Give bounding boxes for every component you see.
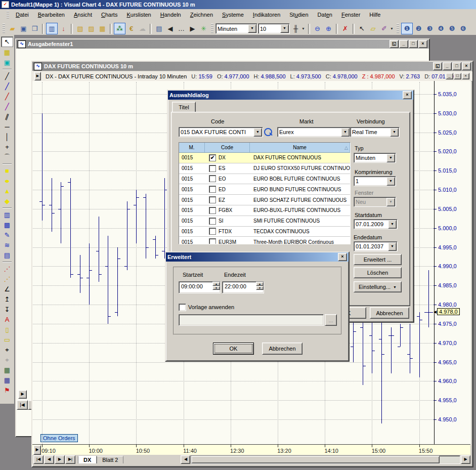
copy-chart-tool-icon[interactable]: ▦ — [2, 365, 13, 375]
symbols-table-header[interactable]: M. Code Name △ — [179, 143, 350, 153]
hscroll-right-button[interactable]: ▶ — [461, 455, 470, 464]
triangle-tool-icon[interactable]: ▲ — [2, 186, 13, 196]
zoom-in-icon[interactable]: ⊕ — [323, 23, 334, 34]
horizontal-zone-tool-icon[interactable]: ▭ — [2, 335, 13, 345]
pointer-label-icon[interactable]: ▱ — [368, 23, 378, 34]
typ-combo[interactable]: Minuten ▼ — [354, 153, 396, 163]
endezeit-spinner[interactable]: 22:00:00 ▲▼ — [222, 281, 264, 293]
close-button[interactable]: × — [418, 40, 427, 48]
table-row-eur3m[interactable]: 0015EUR3MThree-Month EURIBOR Continuous — [179, 237, 350, 244]
arc-tool-icon[interactable]: ⌒ — [2, 152, 13, 162]
window-4-icon[interactable]: ❹ — [436, 23, 446, 34]
fan-tool-icon[interactable]: ≋ — [2, 240, 13, 250]
markt-combo[interactable]: Eurex ▼ — [277, 127, 351, 137]
table-row-es[interactable]: 0015ESDJ EURO STOXX50 FUTURE CONTINUOUS — [179, 163, 350, 174]
properties-icon[interactable]: ▤ — [154, 23, 164, 34]
hscroll-thumb[interactable] — [191, 456, 439, 463]
komprimierung-combo-arrow[interactable]: ▼ — [386, 177, 395, 186]
typ-combo-arrow[interactable]: ▼ — [386, 154, 395, 162]
two-bars-tool-icon[interactable]: ▥ — [2, 210, 13, 220]
erweitert-button[interactable]: Erweitert ... — [354, 254, 402, 265]
zoom-area-tool-icon[interactable]: ⌖ — [2, 345, 13, 355]
minimize-button[interactable]: _ — [446, 73, 453, 79]
cross-tool-icon[interactable]: + — [2, 142, 13, 152]
menu-item-ansicht[interactable]: Ansicht — [70, 10, 96, 19]
restore-button[interactable]: ◱ — [390, 40, 399, 48]
auswahl-close-button[interactable]: × — [403, 91, 412, 99]
tab-nav-1[interactable]: ◀ — [44, 455, 54, 464]
code-combo-arrow[interactable]: ▼ — [253, 128, 262, 137]
connections-icon[interactable]: ⁂ — [114, 23, 125, 34]
endedatum-combo[interactable]: 01.01.2037 ▼ — [354, 241, 398, 251]
tab-nav-3[interactable]: ▶| — [65, 455, 75, 464]
box-shape-tool-icon[interactable]: ▣ — [2, 58, 13, 67]
maximize-button[interactable]: □ — [409, 40, 418, 48]
menu-item-handeln[interactable]: Handeln — [156, 10, 185, 19]
restore-button[interactable]: ◱ — [433, 62, 442, 70]
endezeit-down-button[interactable]: ▼ — [256, 286, 264, 290]
arrow-down-tool-icon[interactable]: ↧ — [2, 305, 13, 314]
menu-item-kurslisten[interactable]: Kurslisten — [122, 10, 155, 19]
menu-item-daten[interactable]: Daten — [314, 10, 336, 19]
verbindung-combo[interactable]: Real Time ▼ — [350, 127, 400, 137]
row-checkbox[interactable] — [209, 196, 216, 203]
row-checkbox[interactable]: ✔ — [209, 154, 216, 161]
menu-item-charts[interactable]: Charts — [97, 10, 121, 19]
sheet-tab-blatt-2[interactable]: Blatt 2 — [97, 456, 123, 463]
table-row-dx[interactable]: 0015✔DXDAX FUTURE CONTINUOUS — [179, 153, 350, 163]
interval-combo[interactable]: Minuten▼ — [215, 23, 257, 34]
pin-measure-tool-icon[interactable]: ▦ — [2, 48, 13, 57]
text-tool-icon[interactable]: A — [2, 315, 13, 324]
key-euro-icon[interactable]: € — [126, 23, 137, 34]
table-row-fgbx[interactable]: 0015FGBXEURO-BUXL-FUTURE CONTINUOUS — [179, 205, 350, 216]
erweitert-abbrechen-button[interactable]: Abbrechen — [262, 343, 302, 355]
menu-item-systeme[interactable]: Systeme — [218, 10, 248, 19]
notes-box-tool-icon[interactable]: ▤ — [2, 250, 13, 260]
window-5-icon[interactable]: ❺ — [447, 23, 457, 34]
sketch-tool-icon[interactable]: ✎ — [2, 230, 13, 240]
table-row-ed[interactable]: 0015EDEURO BUND FUTURE CONTINUOUS — [179, 184, 350, 195]
row-checkbox[interactable] — [209, 186, 216, 193]
nav-right-icon[interactable]: ▶ — [187, 23, 198, 34]
open-workspace-icon[interactable]: ▨ — [86, 23, 97, 34]
compression-combo[interactable]: 10▼ — [258, 23, 290, 34]
link-tool-icon[interactable]: ✳ — [198, 23, 209, 34]
startdatum-combo-arrow[interactable]: ▼ — [388, 220, 397, 229]
tab-nav-2[interactable]: ▶ — [55, 455, 65, 464]
close-button[interactable]: × — [462, 62, 471, 70]
ohne-orders-badge[interactable]: Ohne Orders — [40, 434, 78, 442]
table-row-eo[interactable]: 0015EOEURO BOBL FUTURE CONTINUOUS — [179, 174, 350, 185]
auswahl-abbrechen-button[interactable]: Abbrechen — [370, 307, 409, 319]
copy-chart2-tool-icon[interactable]: ▦ — [2, 375, 13, 385]
horizontal-line-tool-icon[interactable]: ─ — [2, 122, 13, 132]
sheet-tab-dx[interactable]: DX — [78, 456, 97, 463]
table-row-ftdx[interactable]: 0015FTDXTECDAX CONTINUOUS — [179, 227, 350, 237]
minimize-button[interactable]: _ — [399, 40, 408, 48]
open-icon[interactable]: ▰ — [7, 23, 18, 34]
rectangle-tool-icon[interactable]: ■ — [2, 166, 13, 176]
startzeit-down-button[interactable]: ▼ — [212, 286, 220, 290]
ellipse-tool-icon[interactable]: ● — [0, 176, 15, 186]
vertical-line-tool-icon[interactable]: │ — [2, 132, 13, 142]
endedatum-combo-arrow[interactable]: ▼ — [388, 242, 397, 251]
chart-receive-icon[interactable]: ↓ — [58, 23, 69, 34]
dotted-trend-tool-icon[interactable]: ⋰ — [2, 264, 13, 274]
komprimierung-combo[interactable]: 1 ▼ — [354, 176, 396, 186]
nav-pages-icon[interactable]: … — [176, 23, 187, 34]
interval-combo-arrow[interactable]: ▼ — [248, 24, 256, 33]
pointer-tool-icon[interactable]: ↖ — [1, 36, 13, 47]
endezeit-up-button[interactable]: ▲ — [256, 282, 264, 286]
info-expand-button[interactable]: ▶ — [34, 72, 41, 80]
menu-item-indikatoren[interactable]: Indikatoren — [249, 10, 284, 19]
erweitert-close-button[interactable]: × — [338, 253, 347, 261]
maximize-button[interactable]: □ — [452, 62, 461, 70]
menu-item-bearbeiten[interactable]: Bearbeiten — [34, 10, 69, 19]
marker-pen-icon[interactable]: ✐ — [379, 23, 390, 34]
vorlage-checkbox[interactable] — [179, 304, 186, 311]
window-6-icon[interactable]: ❻ — [458, 23, 468, 34]
symbols-table[interactable]: M. Code Name △ 0015✔DXDAX FUTURE CONTINU… — [179, 142, 351, 244]
loeschen-button[interactable]: Löschen — [354, 267, 402, 278]
menu-item-hilfe[interactable]: Hilfe — [365, 10, 384, 19]
marker-pen-icon-arrow[interactable]: ▼ — [390, 27, 395, 30]
save-icon[interactable]: ▣ — [18, 23, 29, 34]
